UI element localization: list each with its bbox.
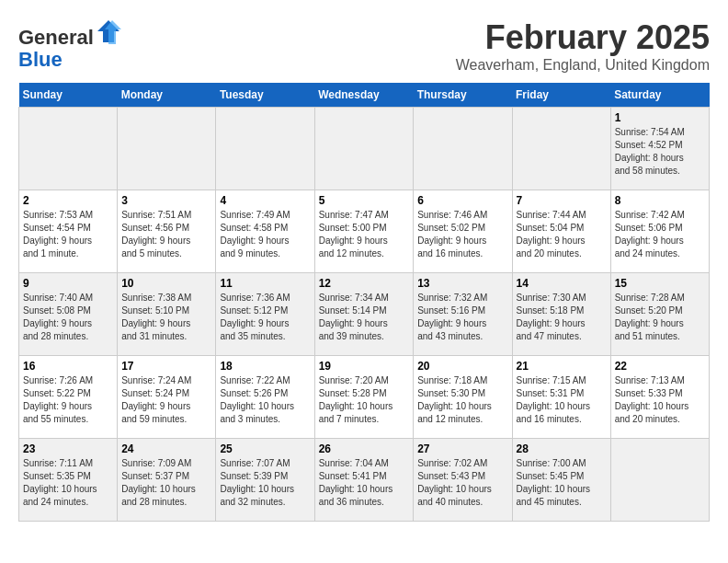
day-info: Sunrise: 7:04 AM Sunset: 5:41 PM Dayligh… (319, 457, 410, 509)
calendar-week-row: 9Sunrise: 7:40 AM Sunset: 5:08 PM Daylig… (19, 273, 710, 356)
day-info: Sunrise: 7:32 AM Sunset: 5:16 PM Dayligh… (417, 292, 507, 343)
page-header: General Blue February 2025 Weaverham, En… (18, 18, 710, 74)
calendar-cell: 5Sunrise: 7:47 AM Sunset: 5:00 PM Daylig… (314, 190, 414, 273)
day-number: 6 (417, 194, 507, 207)
day-number: 21 (517, 360, 607, 373)
day-number: 18 (220, 360, 310, 373)
day-number: 25 (220, 442, 310, 455)
day-info: Sunrise: 7:11 AM Sunset: 5:35 PM Dayligh… (23, 457, 113, 509)
weekday-header: Wednesday (314, 83, 414, 108)
day-info: Sunrise: 7:36 AM Sunset: 5:12 PM Dayligh… (220, 292, 310, 343)
calendar-cell: 10Sunrise: 7:38 AM Sunset: 5:10 PM Dayli… (118, 273, 216, 356)
day-number: 13 (417, 277, 507, 290)
day-number: 15 (615, 277, 705, 290)
day-info: Sunrise: 7:38 AM Sunset: 5:10 PM Dayligh… (121, 292, 211, 343)
calendar-cell: 15Sunrise: 7:28 AM Sunset: 5:20 PM Dayli… (610, 273, 709, 356)
calendar-cell: 20Sunrise: 7:18 AM Sunset: 5:30 PM Dayli… (414, 356, 512, 439)
day-number: 24 (121, 442, 211, 455)
calendar-table: SundayMondayTuesdayWednesdayThursdayFrid… (18, 83, 710, 522)
calendar-cell: 6Sunrise: 7:46 AM Sunset: 5:02 PM Daylig… (414, 190, 512, 273)
calendar-cell: 14Sunrise: 7:30 AM Sunset: 5:18 PM Dayli… (512, 273, 610, 356)
day-number: 17 (121, 360, 211, 373)
day-number: 4 (220, 194, 310, 207)
day-info: Sunrise: 7:20 AM Sunset: 5:28 PM Dayligh… (319, 374, 410, 426)
day-info: Sunrise: 7:47 AM Sunset: 5:00 PM Dayligh… (319, 209, 410, 260)
calendar-week-row: 16Sunrise: 7:26 AM Sunset: 5:22 PM Dayli… (19, 356, 710, 439)
day-info: Sunrise: 7:26 AM Sunset: 5:22 PM Dayligh… (23, 374, 113, 426)
calendar-cell: 25Sunrise: 7:07 AM Sunset: 5:39 PM Dayli… (216, 439, 314, 522)
day-info: Sunrise: 7:53 AM Sunset: 4:54 PM Dayligh… (23, 209, 113, 260)
calendar-cell: 12Sunrise: 7:34 AM Sunset: 5:14 PM Dayli… (314, 273, 414, 356)
day-info: Sunrise: 7:00 AM Sunset: 5:45 PM Dayligh… (517, 457, 607, 509)
calendar-week-row: 1Sunrise: 7:54 AM Sunset: 4:52 PM Daylig… (19, 108, 710, 190)
calendar-cell (118, 108, 216, 190)
calendar-cell (610, 439, 709, 522)
logo: General Blue (18, 18, 121, 71)
calendar-cell: 3Sunrise: 7:51 AM Sunset: 4:56 PM Daylig… (118, 190, 216, 273)
day-number: 28 (517, 442, 607, 455)
day-info: Sunrise: 7:44 AM Sunset: 5:04 PM Dayligh… (517, 209, 607, 260)
weekday-header: Saturday (610, 83, 709, 108)
calendar-week-row: 23Sunrise: 7:11 AM Sunset: 5:35 PM Dayli… (19, 439, 710, 522)
day-number: 14 (517, 277, 607, 290)
calendar-cell: 18Sunrise: 7:22 AM Sunset: 5:26 PM Dayli… (216, 356, 314, 439)
calendar-cell: 1Sunrise: 7:54 AM Sunset: 4:52 PM Daylig… (610, 108, 709, 190)
day-info: Sunrise: 7:13 AM Sunset: 5:33 PM Dayligh… (615, 374, 705, 426)
calendar-cell: 24Sunrise: 7:09 AM Sunset: 5:37 PM Dayli… (118, 439, 216, 522)
day-info: Sunrise: 7:22 AM Sunset: 5:26 PM Dayligh… (220, 374, 310, 426)
calendar-cell: 27Sunrise: 7:02 AM Sunset: 5:43 PM Dayli… (414, 439, 512, 522)
logo-blue-text: Blue (18, 48, 63, 71)
location-subtitle: Weaverham, England, United Kingdom (456, 57, 710, 74)
calendar-cell (19, 108, 118, 190)
day-number: 7 (517, 194, 607, 207)
day-number: 26 (319, 442, 410, 455)
calendar-cell: 21Sunrise: 7:15 AM Sunset: 5:31 PM Dayli… (512, 356, 610, 439)
calendar-cell: 26Sunrise: 7:04 AM Sunset: 5:41 PM Dayli… (314, 439, 414, 522)
day-number: 23 (23, 442, 113, 455)
calendar-cell: 17Sunrise: 7:24 AM Sunset: 5:24 PM Dayli… (118, 356, 216, 439)
logo-general-text: General (18, 26, 94, 49)
day-info: Sunrise: 7:40 AM Sunset: 5:08 PM Dayligh… (23, 292, 113, 343)
calendar-cell: 23Sunrise: 7:11 AM Sunset: 5:35 PM Dayli… (19, 439, 118, 522)
weekday-header: Thursday (414, 83, 512, 108)
calendar-cell: 19Sunrise: 7:20 AM Sunset: 5:28 PM Dayli… (314, 356, 414, 439)
day-number: 27 (417, 442, 507, 455)
day-info: Sunrise: 7:49 AM Sunset: 4:58 PM Dayligh… (220, 209, 310, 260)
day-number: 2 (23, 194, 113, 207)
day-number: 10 (121, 277, 211, 290)
day-number: 20 (417, 360, 507, 373)
day-number: 9 (23, 277, 113, 290)
calendar-cell: 22Sunrise: 7:13 AM Sunset: 5:33 PM Dayli… (610, 356, 709, 439)
day-number: 22 (615, 360, 705, 373)
day-info: Sunrise: 7:28 AM Sunset: 5:20 PM Dayligh… (615, 292, 705, 343)
weekday-header-row: SundayMondayTuesdayWednesdayThursdayFrid… (19, 83, 710, 108)
day-info: Sunrise: 7:34 AM Sunset: 5:14 PM Dayligh… (319, 292, 410, 343)
calendar-cell: 16Sunrise: 7:26 AM Sunset: 5:22 PM Dayli… (19, 356, 118, 439)
calendar-cell: 9Sunrise: 7:40 AM Sunset: 5:08 PM Daylig… (19, 273, 118, 356)
day-info: Sunrise: 7:15 AM Sunset: 5:31 PM Dayligh… (517, 374, 607, 426)
weekday-header: Tuesday (216, 83, 314, 108)
calendar-cell (314, 108, 414, 190)
day-number: 3 (121, 194, 211, 207)
day-number: 5 (319, 194, 410, 207)
day-info: Sunrise: 7:54 AM Sunset: 4:52 PM Dayligh… (615, 126, 705, 178)
day-info: Sunrise: 7:51 AM Sunset: 4:56 PM Dayligh… (121, 209, 211, 260)
day-info: Sunrise: 7:09 AM Sunset: 5:37 PM Dayligh… (121, 457, 211, 509)
day-number: 16 (23, 360, 113, 373)
day-info: Sunrise: 7:42 AM Sunset: 5:06 PM Dayligh… (615, 209, 705, 260)
calendar-cell: 8Sunrise: 7:42 AM Sunset: 5:06 PM Daylig… (610, 190, 709, 273)
logo-icon (96, 18, 121, 44)
day-info: Sunrise: 7:46 AM Sunset: 5:02 PM Dayligh… (417, 209, 507, 260)
calendar-cell: 13Sunrise: 7:32 AM Sunset: 5:16 PM Dayli… (414, 273, 512, 356)
day-info: Sunrise: 7:30 AM Sunset: 5:18 PM Dayligh… (517, 292, 607, 343)
day-number: 12 (319, 277, 410, 290)
calendar-cell: 2Sunrise: 7:53 AM Sunset: 4:54 PM Daylig… (19, 190, 118, 273)
calendar-cell (414, 108, 512, 190)
calendar-cell: 4Sunrise: 7:49 AM Sunset: 4:58 PM Daylig… (216, 190, 314, 273)
day-info: Sunrise: 7:07 AM Sunset: 5:39 PM Dayligh… (220, 457, 310, 509)
day-number: 19 (319, 360, 410, 373)
calendar-cell (512, 108, 610, 190)
calendar-cell: 28Sunrise: 7:00 AM Sunset: 5:45 PM Dayli… (512, 439, 610, 522)
day-info: Sunrise: 7:18 AM Sunset: 5:30 PM Dayligh… (417, 374, 507, 426)
day-number: 8 (615, 194, 705, 207)
